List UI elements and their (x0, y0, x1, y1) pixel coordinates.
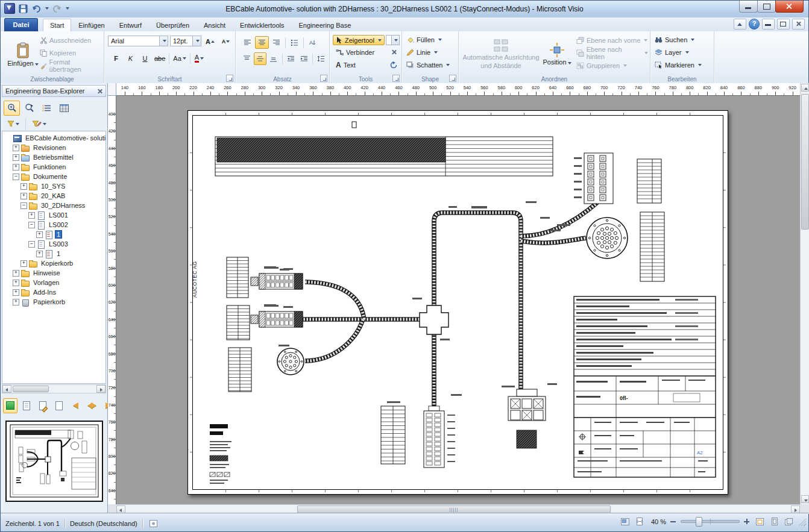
doc-restore-icon[interactable] (777, 19, 790, 30)
doc-close-icon[interactable] (792, 19, 805, 30)
doc-minimize-icon[interactable] (762, 19, 775, 30)
group-button[interactable]: Gruppieren (574, 59, 650, 72)
zoom-level[interactable]: 40 % (648, 518, 666, 525)
position-button[interactable]: Position (537, 34, 577, 74)
auto-align-button[interactable]: Automatische Ausrichtung und Abstände (462, 34, 540, 74)
page-indicator[interactable]: Zeichenbl. 1 von 1 (5, 520, 60, 527)
minus-expander-icon[interactable]: − (20, 202, 27, 209)
change-case-button[interactable]: Aa (171, 52, 187, 64)
vertical-scrollbar[interactable] (800, 83, 809, 504)
fit-window-icon[interactable] (754, 516, 766, 527)
font-family-combo[interactable]: Arial (108, 36, 168, 46)
decrease-indent-icon[interactable] (284, 52, 297, 65)
align-middle-icon[interactable] (254, 52, 266, 65)
select-button[interactable]: Markieren (653, 58, 712, 71)
paste-button[interactable]: Einfügen (4, 34, 42, 74)
data-table[interactable] (228, 348, 251, 392)
harness-drawing[interactable]: 0fl-A2AUCOTEC AG (188, 111, 728, 494)
tree-item-funktionen[interactable]: +Funktionen (2, 162, 105, 172)
inline-connector[interactable] (251, 305, 303, 327)
tree-item-add-ins[interactable]: +Add-Ins (2, 287, 105, 297)
pin-grid-connector[interactable] (574, 153, 613, 204)
edit-sheet-icon[interactable] (36, 398, 50, 413)
title-block[interactable]: 0fl-A2 (574, 296, 716, 477)
shrink-font-button[interactable]: A (219, 36, 233, 48)
bold-button[interactable]: F (109, 52, 123, 64)
strikethrough-button[interactable]: abe (153, 52, 167, 64)
cut-button[interactable]: Ausschneiden (38, 34, 104, 46)
plus-expander-icon[interactable]: + (13, 154, 19, 161)
tree-horizontal-scrollbar[interactable] (2, 384, 106, 393)
zoom-out-icon[interactable] (669, 518, 678, 526)
t-junction[interactable] (420, 305, 449, 334)
shadow-button[interactable]: Schatten (404, 58, 456, 71)
fit-page-icon[interactable] (634, 516, 645, 527)
italic-button[interactable]: K (124, 52, 137, 64)
navigate-back-icon[interactable] (84, 398, 99, 413)
inline-connector[interactable] (251, 267, 303, 289)
language-indicator[interactable]: Deutsch (Deutschland) (70, 520, 137, 527)
plus-expander-icon[interactable]: + (20, 183, 27, 190)
minus-expander-icon[interactable]: − (28, 222, 35, 228)
plus-expander-icon[interactable]: + (13, 164, 19, 171)
connection-point-tool-icon[interactable] (388, 46, 400, 58)
tab-start[interactable]: Start (43, 19, 71, 31)
minus-expander-icon[interactable]: − (28, 241, 35, 248)
plus-expander-icon[interactable]: + (13, 280, 19, 286)
text-tool-button[interactable]: A Text (333, 60, 387, 70)
plus-expander-icon[interactable]: + (13, 299, 19, 305)
align-top-icon[interactable] (241, 52, 253, 65)
send-backward-button[interactable]: Ebene nach hinten (574, 46, 650, 59)
grow-font-button[interactable]: A (203, 36, 217, 48)
plus-expander-icon[interactable]: + (36, 251, 43, 257)
tree-item-kopierkorb[interactable]: +Kopierkorb (2, 258, 105, 268)
help-icon[interactable]: ? (749, 19, 760, 30)
page-thumbnail[interactable] (5, 421, 103, 502)
line-spacing-icon[interactable] (315, 52, 327, 65)
undo-dropdown-icon[interactable] (45, 7, 49, 10)
rotate-tool-icon[interactable] (388, 58, 400, 71)
increase-indent-icon[interactable] (298, 52, 310, 65)
round-connector[interactable] (587, 217, 628, 258)
new-sheet-icon[interactable] (52, 398, 66, 413)
font-color-button[interactable]: A (192, 52, 206, 64)
macro-record-icon[interactable] (148, 518, 159, 529)
tree-item-dokumente[interactable]: −Dokumente (2, 172, 105, 181)
find-button[interactable]: Suchen (653, 33, 712, 46)
plus-expander-icon[interactable]: + (20, 260, 27, 267)
shape-dialog-launcher[interactable] (449, 75, 456, 82)
tree-item-20_kab[interactable]: +20_KAB (2, 191, 105, 201)
format-painter-button[interactable]: Format übertragen (38, 59, 104, 72)
plus-expander-icon[interactable]: + (28, 212, 35, 219)
tree-item-hinweise[interactable]: +Hinweise (2, 268, 105, 278)
visio-app-icon[interactable] (4, 3, 15, 14)
tree-item-ls001[interactable]: +LS001 (2, 210, 105, 220)
align-center-icon[interactable] (255, 36, 269, 49)
pan-zoom-window-icon[interactable] (619, 516, 631, 527)
align-left-icon[interactable] (241, 36, 254, 49)
whole-page-icon[interactable] (769, 516, 780, 527)
sheets-icon[interactable] (19, 398, 34, 413)
zoom-select-tool-icon[interactable] (21, 101, 37, 116)
plus-expander-icon[interactable]: + (13, 270, 19, 277)
bring-forward-button[interactable]: Ebene nach vorne (574, 34, 650, 46)
tree-item-betriebsmittel[interactable]: +Betriebsmittel (2, 152, 105, 162)
font-size-combo[interactable]: 12pt. (170, 36, 201, 46)
plus-expander-icon[interactable]: + (13, 145, 19, 151)
switch-windows-icon[interactable] (783, 516, 795, 527)
tab-view[interactable]: Ansicht (197, 19, 233, 31)
explorer-close-icon[interactable] (97, 89, 102, 94)
font-dialog-launcher[interactable] (226, 75, 233, 82)
drawing-page[interactable]: 0fl-A2AUCOTEC AG (187, 110, 728, 495)
line-button[interactable]: Linie (404, 46, 456, 58)
data-table[interactable] (227, 257, 248, 298)
bullets-icon[interactable] (288, 36, 301, 49)
plus-expander-icon[interactable]: + (13, 289, 19, 296)
save-button[interactable] (17, 3, 28, 14)
filter-icon[interactable] (4, 116, 23, 131)
zoom-slider-thumb[interactable] (696, 517, 702, 527)
harness-cables[interactable] (303, 202, 597, 412)
zoom-in-icon[interactable] (743, 518, 751, 526)
tree-item-1[interactable]: +1 (2, 230, 105, 239)
collapse-ribbon-icon[interactable] (734, 19, 746, 30)
